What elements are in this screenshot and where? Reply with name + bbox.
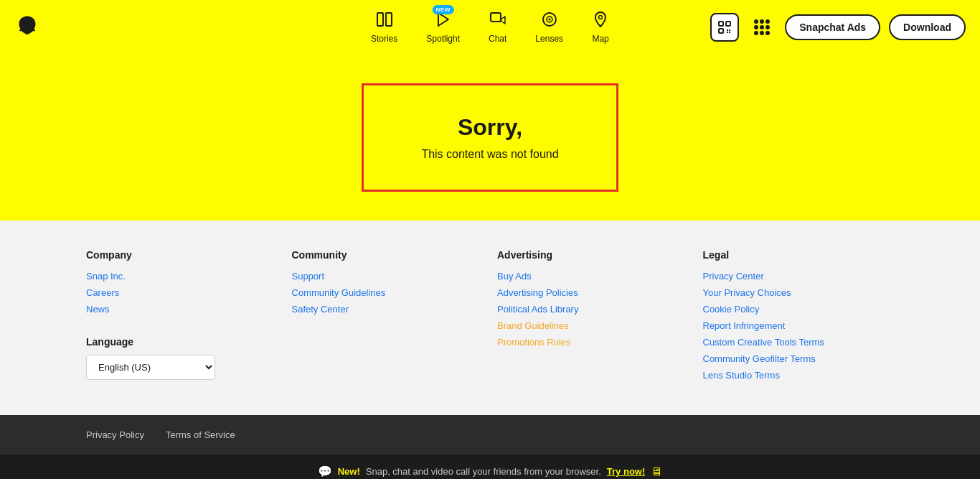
- map-label: Map: [592, 34, 608, 44]
- apps-button[interactable]: [748, 13, 776, 42]
- footer-advertising: Advertising Buy Ads Advertising Policies…: [497, 249, 689, 386]
- footer-link-lens-studio[interactable]: Lens Studio Terms: [703, 370, 895, 381]
- lenses-icon: [541, 11, 558, 31]
- header: Stories NEW Spotlight Chat: [0, 0, 980, 55]
- svg-point-7: [548, 19, 550, 21]
- footer-link-safety-center[interactable]: Safety Center: [292, 304, 484, 315]
- chat-bubble-icon: 💬: [318, 465, 332, 478]
- nav-item-chat[interactable]: Chat: [489, 11, 507, 44]
- stories-icon: [376, 11, 393, 31]
- download-button[interactable]: Download: [889, 14, 966, 40]
- bottom-bar-text: Snap, chat and video call your friends f…: [366, 466, 601, 477]
- header-nav: Stories NEW Spotlight Chat: [371, 11, 609, 44]
- svg-rect-12: [727, 29, 728, 31]
- svg-rect-0: [377, 13, 383, 26]
- nav-item-lenses[interactable]: Lenses: [535, 11, 563, 44]
- snapcode-button[interactable]: [710, 13, 739, 42]
- footer-top: Company Snap Inc. Careers News Language …: [0, 220, 980, 415]
- bottom-bar: 💬 New! Snap, chat and video call your fr…: [0, 455, 980, 479]
- advertising-heading: Advertising: [497, 249, 689, 261]
- footer-company: Company Snap Inc. Careers News Language …: [86, 249, 278, 386]
- footer-link-advertising-policies[interactable]: Advertising Policies: [497, 287, 689, 298]
- footer-link-your-privacy-choices[interactable]: Your Privacy Choices: [703, 287, 895, 298]
- community-heading: Community: [292, 249, 484, 261]
- svg-rect-3: [491, 13, 501, 22]
- language-section: Language English (US) Español Français D…: [86, 336, 278, 380]
- footer-link-report-infringement[interactable]: Report Infringement: [703, 320, 895, 331]
- footer-link-privacy-center[interactable]: Privacy Center: [703, 271, 895, 282]
- new-badge: NEW: [433, 5, 454, 14]
- nav-item-spotlight[interactable]: NEW Spotlight: [426, 11, 460, 44]
- header-right: Snapchat Ads Download: [710, 13, 966, 42]
- footer-link-political-ads[interactable]: Political Ads Library: [497, 304, 689, 315]
- svg-point-8: [599, 16, 603, 19]
- snapchat-ads-button[interactable]: Snapchat Ads: [785, 14, 880, 40]
- company-heading: Company: [86, 249, 278, 261]
- new-label: New!: [338, 466, 360, 477]
- language-select[interactable]: English (US) Español Français Deutsch 日本…: [86, 355, 215, 380]
- chat-label: Chat: [489, 34, 507, 44]
- lenses-label: Lenses: [535, 34, 563, 44]
- svg-rect-1: [386, 13, 392, 26]
- footer-terms-of-service[interactable]: Terms of Service: [166, 429, 235, 440]
- spotlight-label: Spotlight: [426, 34, 460, 44]
- try-now-link[interactable]: Try now!: [607, 466, 645, 477]
- svg-rect-9: [719, 22, 723, 26]
- footer-link-community-guidelines[interactable]: Community Guidelines: [292, 287, 484, 298]
- footer-columns: Company Snap Inc. Careers News Language …: [86, 249, 894, 386]
- error-box: Sorry, This content was not found: [362, 83, 618, 192]
- footer-bottom: Privacy Policy Terms of Service: [0, 415, 980, 455]
- footer-community: Community Support Community Guidelines S…: [292, 249, 484, 386]
- grid-icon: [754, 19, 770, 35]
- chat-icon: [489, 11, 507, 31]
- footer-link-careers[interactable]: Careers: [86, 287, 278, 298]
- svg-rect-10: [726, 22, 730, 26]
- footer-link-support[interactable]: Support: [292, 271, 484, 282]
- footer-legal: Legal Privacy Center Your Privacy Choice…: [703, 249, 895, 386]
- footer-link-promotions-rules[interactable]: Promotions Rules: [497, 337, 689, 348]
- stories-label: Stories: [371, 34, 397, 44]
- snapchat-logo[interactable]: [14, 14, 40, 42]
- svg-rect-14: [727, 32, 728, 33]
- footer-privacy-policy[interactable]: Privacy Policy: [86, 429, 144, 440]
- footer-link-cookie-policy[interactable]: Cookie Policy: [703, 304, 895, 315]
- error-subtitle: This content was not found: [421, 148, 558, 161]
- language-label: Language: [86, 336, 278, 348]
- monitor-icon: 🖥: [651, 465, 662, 478]
- map-icon: [592, 11, 609, 31]
- svg-marker-2: [438, 13, 448, 26]
- nav-item-map[interactable]: Map: [592, 11, 609, 44]
- svg-rect-15: [729, 32, 730, 33]
- main-content: Sorry, This content was not found: [0, 55, 980, 220]
- footer-link-snap-inc[interactable]: Snap Inc.: [86, 271, 278, 282]
- footer-link-brand-guidelines[interactable]: Brand Guidelines: [497, 320, 689, 331]
- footer-link-community-geofilter[interactable]: Community Geofilter Terms: [703, 353, 895, 364]
- svg-rect-11: [719, 29, 723, 33]
- footer-link-custom-creative[interactable]: Custom Creative Tools Terms: [703, 337, 895, 348]
- error-title: Sorry,: [421, 114, 558, 141]
- svg-rect-13: [729, 29, 730, 31]
- footer-link-news[interactable]: News: [86, 304, 278, 315]
- footer-link-buy-ads[interactable]: Buy Ads: [497, 271, 689, 282]
- legal-heading: Legal: [703, 249, 895, 261]
- nav-item-stories[interactable]: Stories: [371, 11, 397, 44]
